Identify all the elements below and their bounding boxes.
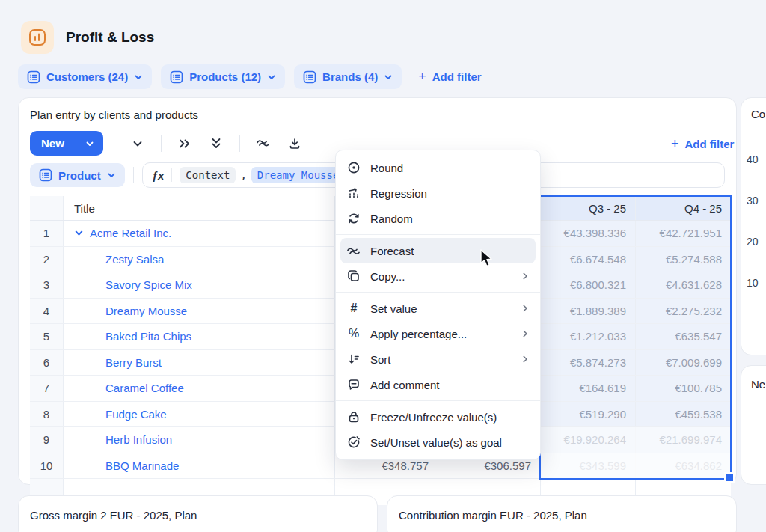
new-button[interactable]: New xyxy=(30,131,103,156)
regression-icon xyxy=(346,186,361,200)
value-cell-q3[interactable]: €43.398.336 xyxy=(541,221,636,246)
page-title: Profit & Loss xyxy=(66,29,154,46)
toolbar-divider xyxy=(133,167,134,183)
formula-comma: , xyxy=(240,169,246,181)
add-filter-button[interactable]: + Add filter xyxy=(411,69,488,85)
add-filter-label: Add filter xyxy=(685,138,735,150)
list-icon xyxy=(303,70,316,84)
menu-item-forecast[interactable]: Forecast xyxy=(340,238,536,263)
value-cell-q3[interactable]: €1.212.033 xyxy=(541,324,636,349)
row-title-cell[interactable]: Fudge Cake xyxy=(64,402,335,427)
row-title: Zesty Salsa xyxy=(105,253,164,266)
collapse-all-button[interactable] xyxy=(203,131,229,156)
value-cell-q3[interactable]: €164.619 xyxy=(541,376,636,401)
value-cell-q4[interactable]: €7.009.699 xyxy=(636,350,731,376)
value-cell-q3[interactable]: €5.874.273 xyxy=(541,350,636,376)
menu-item-set-unset-goal[interactable]: Set/Unset value(s) as goal xyxy=(336,429,540,455)
menu-item-label: Set/Unset value(s) as goal xyxy=(370,436,530,449)
row-title: Dreamy Mousse xyxy=(105,305,187,317)
menu-item-label: Sort xyxy=(370,353,512,366)
filter-bar: Customers (24) Products (12) Brands (4) … xyxy=(18,64,489,89)
row-title: Acme Retail Inc. xyxy=(90,227,171,239)
column-header-q4[interactable]: Q4 - 25 xyxy=(636,196,731,220)
row-title-cell[interactable]: Berry Burst xyxy=(64,350,335,376)
new-button-caret[interactable] xyxy=(76,131,103,156)
contribution-margin-card-title: Contribution margin EUR - 2025, Plan xyxy=(399,509,587,522)
lock-icon xyxy=(346,410,361,424)
random-icon xyxy=(346,212,361,225)
row-number[interactable]: 8 xyxy=(30,402,64,427)
chevron-down-icon xyxy=(267,73,276,82)
column-header-q3[interactable]: Q3 - 25 xyxy=(541,196,636,220)
value-cell-q4[interactable]: €5.274.588 xyxy=(636,247,731,272)
collapse-row-button[interactable] xyxy=(125,131,150,156)
title-column-header[interactable]: Title xyxy=(64,196,335,220)
value-cell-q3[interactable]: €343.599 xyxy=(541,453,636,479)
value-cell-q3[interactable]: €1.889.389 xyxy=(541,299,636,324)
download-button[interactable] xyxy=(282,131,307,156)
menu-item-copy[interactable]: Copy... xyxy=(336,263,540,289)
row-number[interactable]: 6 xyxy=(30,350,64,376)
row-number[interactable]: 4 xyxy=(30,299,64,324)
menu-item-round[interactable]: Round xyxy=(336,155,540,180)
value-cell-q4[interactable]: €635.547 xyxy=(636,324,731,349)
row-title-cell[interactable]: Zesty Salsa xyxy=(64,247,335,272)
new-button-label[interactable]: New xyxy=(30,131,76,156)
row-title-cell[interactable]: Caramel Coffee xyxy=(64,376,335,401)
forecast-tool-button[interactable] xyxy=(251,131,276,156)
plus-icon: + xyxy=(418,69,426,85)
value-cell-q4[interactable]: €459.538 xyxy=(636,402,731,427)
value-cell-q4[interactable]: €42.721.951 xyxy=(636,221,731,246)
filter-chip-label: Brands (4) xyxy=(322,70,378,83)
value-cell-q3[interactable]: €519.290 xyxy=(541,402,636,427)
row-number-header xyxy=(30,196,64,220)
right-chart-card-title: Co xyxy=(751,108,765,120)
sort-icon xyxy=(346,352,361,366)
row-number[interactable]: 5 xyxy=(30,324,64,349)
expand-all-button[interactable] xyxy=(172,131,197,156)
add-filter-label: Add filter xyxy=(432,70,482,83)
row-title-cell[interactable]: BBQ Marinade xyxy=(64,453,335,479)
row-number[interactable]: 3 xyxy=(30,272,64,298)
row-number[interactable]: 9 xyxy=(30,427,64,453)
row-title-cell[interactable]: Dreamy Mousse xyxy=(64,299,335,324)
forecast-wave-icon xyxy=(346,245,361,257)
value-cell-q4[interactable]: €4.631.628 xyxy=(636,272,731,298)
expand-chevron-icon[interactable] xyxy=(74,228,84,238)
row-number[interactable]: 2 xyxy=(30,247,64,272)
panel-add-filter-button[interactable]: + Add filter xyxy=(664,136,741,152)
filter-chip-products[interactable]: Products (12) xyxy=(161,64,285,89)
value-cell-q4[interactable]: €100.785 xyxy=(636,376,731,401)
row-number[interactable]: 7 xyxy=(30,376,64,401)
value-cell-q4[interactable]: €21.699.974 xyxy=(636,427,731,453)
row-title-cell[interactable]: Acme Retail Inc. xyxy=(64,221,335,246)
menu-item-sort[interactable]: Sort xyxy=(336,346,540,372)
toolbar-divider xyxy=(114,135,114,152)
value-cell-q4[interactable]: €2.275.232 xyxy=(636,299,731,324)
right-chart-card xyxy=(741,97,766,355)
menu-item-apply-percentage[interactable]: % Apply percentage... xyxy=(336,321,540,346)
row-title-cell[interactable]: Herb Infusion xyxy=(64,427,335,453)
menu-item-regression[interactable]: Regression xyxy=(336,180,540,206)
formula-token-reference[interactable]: Dreamy Mousse xyxy=(251,167,346,183)
chevron-down-icon xyxy=(384,73,393,82)
menu-item-add-comment[interactable]: Add comment xyxy=(336,372,540,397)
row-number[interactable]: 1 xyxy=(30,221,64,246)
value-cell-q3[interactable]: €6.800.321 xyxy=(541,272,636,298)
menu-item-set-value[interactable]: # Set value xyxy=(336,296,540,321)
menu-item-freeze-unfreeze[interactable]: Freeze/Unfreeze value(s) xyxy=(336,404,540,429)
menu-item-random[interactable]: Random xyxy=(336,206,540,231)
value-cell-q3[interactable]: €19.920.264 xyxy=(541,427,636,453)
row-title: Fudge Cake xyxy=(105,408,167,421)
value-cell-q4[interactable]: €634.862 xyxy=(636,453,731,479)
dimension-chip-product[interactable]: Product xyxy=(30,163,125,187)
copy-icon xyxy=(346,269,361,283)
formula-token-context[interactable]: Context xyxy=(180,167,236,183)
goal-target-icon xyxy=(346,435,361,449)
row-title-cell[interactable]: Savory Spice Mix xyxy=(64,272,335,298)
filter-chip-brands[interactable]: Brands (4) xyxy=(294,64,402,89)
filter-chip-customers[interactable]: Customers (24) xyxy=(18,64,152,89)
row-title-cell[interactable]: Baked Pita Chips xyxy=(64,324,335,349)
row-number[interactable]: 10 xyxy=(30,453,64,479)
value-cell-q3[interactable]: €6.674.548 xyxy=(541,247,636,272)
